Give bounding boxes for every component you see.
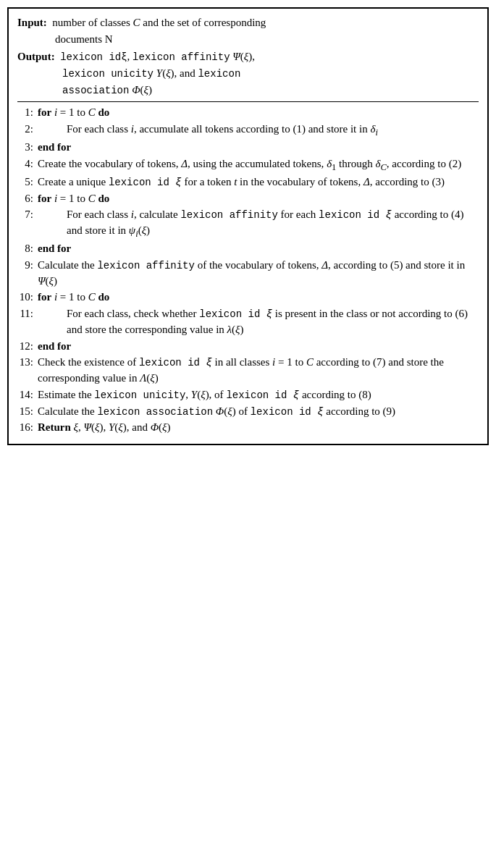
step-16: 16: Return ξ, Ψ(ξ), Υ(ξ), and Φ(ξ) bbox=[17, 420, 479, 436]
step-num-1: 1: bbox=[17, 105, 38, 121]
step-content-16: Return ξ, Ψ(ξ), Υ(ξ), and Φ(ξ) bbox=[38, 420, 479, 436]
step-num-14: 14: bbox=[17, 387, 38, 403]
step-9: 9: Calculate the lexicon affinity of the… bbox=[17, 258, 479, 290]
step-content-11: For each class, check whether lexicon id… bbox=[38, 306, 479, 338]
step-num-10: 10: bbox=[17, 290, 38, 306]
algorithm-box: Input: number of classes C and the set o… bbox=[7, 7, 489, 445]
step-num-8: 8: bbox=[17, 241, 38, 257]
step-content-2: For each class i, accumulate all tokens … bbox=[38, 122, 479, 139]
step-12: 12: end for bbox=[17, 339, 479, 355]
step-content-6: for i = 1 to C do bbox=[38, 191, 479, 207]
step-content-8: end for bbox=[38, 241, 479, 257]
step-13: 13: Check the existence of lexicon id ξ … bbox=[17, 355, 479, 387]
input-continuation: documents N bbox=[17, 33, 113, 45]
step-3: 3: end for bbox=[17, 140, 479, 156]
step-num-2: 2: bbox=[17, 122, 38, 138]
input-text: number of classes C and the set of corre… bbox=[50, 17, 266, 28]
step-content-12: end for bbox=[38, 339, 479, 355]
step-4: 4: Create the vocabulary of tokens, Δ, u… bbox=[17, 156, 479, 174]
step-num-3: 3: bbox=[17, 140, 38, 156]
step-content-4: Create the vocabulary of tokens, Δ, usin… bbox=[38, 156, 479, 174]
input-block: Input: number of classes C and the set o… bbox=[17, 14, 479, 47]
step-10: 10: for i = 1 to C do bbox=[17, 290, 479, 306]
output-label: Output: bbox=[17, 51, 55, 62]
step-num-7: 7: bbox=[17, 207, 38, 223]
step-14: 14: Estimate the lexicon unicity, Υ(ξ), … bbox=[17, 387, 479, 403]
divider bbox=[17, 101, 479, 102]
step-content-9: Calculate the lexicon affinity of the vo… bbox=[38, 258, 479, 290]
output-block: Output: lexicon idξ, lexicon affinity Ψ(… bbox=[17, 49, 479, 98]
step-num-5: 5: bbox=[17, 174, 38, 190]
step-content-1: for i = 1 to C do bbox=[38, 105, 479, 121]
step-content-3: end for bbox=[38, 140, 479, 156]
step-8: 8: end for bbox=[17, 241, 479, 257]
step-content-7: For each class i, calculate lexicon affi… bbox=[38, 207, 479, 240]
step-content-14: Estimate the lexicon unicity, Υ(ξ), of l… bbox=[38, 387, 479, 403]
input-label: Input: bbox=[17, 17, 47, 28]
step-num-11: 11: bbox=[17, 306, 38, 322]
step-num-4: 4: bbox=[17, 156, 38, 172]
step-num-13: 13: bbox=[17, 355, 38, 371]
step-11: 11: For each class, check whether lexico… bbox=[17, 306, 479, 338]
step-content-13: Check the existence of lexicon id ξ in a… bbox=[38, 355, 479, 387]
step-6: 6: for i = 1 to C do bbox=[17, 191, 479, 207]
output-text-line2: lexicon unicity Υ(ξ), and lexicon bbox=[17, 67, 240, 79]
step-content-15: Calculate the lexicon association Φ(ξ) o… bbox=[38, 404, 479, 420]
step-num-15: 15: bbox=[17, 404, 38, 420]
step-2: 2: For each class i, accumulate all toke… bbox=[17, 122, 479, 139]
step-num-12: 12: bbox=[17, 339, 38, 355]
step-15: 15: Calculate the lexicon association Φ(… bbox=[17, 404, 479, 420]
step-num-6: 6: bbox=[17, 191, 38, 207]
step-content-10: for i = 1 to C do bbox=[38, 290, 479, 306]
step-num-9: 9: bbox=[17, 258, 38, 274]
step-7: 7: For each class i, calculate lexicon a… bbox=[17, 207, 479, 240]
output-text-line3: association Φ(ξ) bbox=[17, 84, 152, 96]
step-1: 1: for i = 1 to C do bbox=[17, 105, 479, 121]
step-5: 5: Create a unique lexicon id ξ for a to… bbox=[17, 174, 479, 190]
step-content-5: Create a unique lexicon id ξ for a token… bbox=[38, 174, 479, 190]
output-text-line1: lexicon idξ, lexicon affinity Ψ(ξ), bbox=[57, 51, 255, 62]
step-num-16: 16: bbox=[17, 420, 38, 436]
